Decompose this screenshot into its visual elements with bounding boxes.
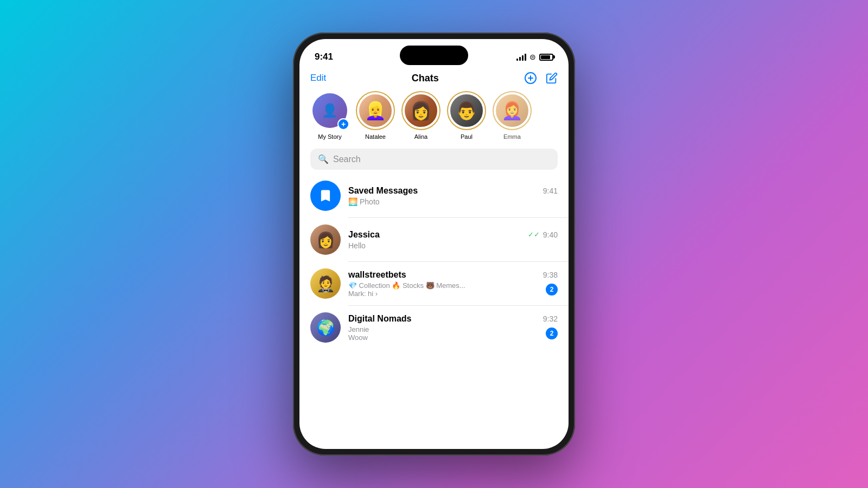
dynamic-island — [400, 46, 468, 65]
paul-ring: 👨 — [447, 91, 486, 130]
chat-item-saved-messages[interactable]: Saved Messages 9:41 🌅 Photo — [299, 174, 569, 217]
saved-messages-avatar — [310, 181, 341, 211]
story-item-natalee[interactable]: 👱‍♀️ Natalee — [356, 91, 395, 140]
story-name-natalee: Natalee — [365, 133, 386, 140]
natalee-ring: 👱‍♀️ — [356, 91, 395, 130]
story-name-paul: Paul — [461, 133, 473, 140]
jessica-preview: Hello — [348, 241, 366, 250]
jessica-name-row: Jessica ✓✓ 9:40 — [348, 230, 558, 240]
header-actions — [524, 72, 558, 85]
digital-nomads-line1: Jennie — [348, 325, 369, 333]
wallstreetbets-avatar: 🤵 — [310, 268, 341, 299]
saved-messages-preview-row: 🌅 Photo — [348, 197, 558, 206]
jessica-time: 9:40 — [543, 230, 558, 239]
my-story-avatar-wrapper: 👤 + — [310, 91, 349, 130]
story-name-alina: Alina — [414, 133, 427, 140]
digital-nomads-name: Digital Nomads — [348, 314, 411, 324]
add-story-badge: + — [337, 118, 349, 130]
alina-ring: 👩 — [401, 91, 441, 130]
compose-button[interactable] — [546, 72, 558, 84]
natalee-avatar: 👱‍♀️ — [358, 93, 393, 128]
jessica-avatar: 👩 — [310, 224, 341, 255]
search-placeholder: Search — [333, 155, 361, 164]
story-name-my-story: My Story — [318, 133, 341, 140]
search-icon: 🔍 — [318, 154, 329, 164]
jessica-name: Jessica — [348, 230, 380, 240]
stories-row: 👤 + My Story 👱‍♀️ Natalee — [299, 91, 569, 149]
wallstreetbets-preview-lines: 💎 Collection 🔥 Stocks 🐻 Memes... Mark: h… — [348, 281, 465, 298]
wallstreetbets-badge: 2 — [546, 284, 558, 296]
page-title: Chats — [412, 73, 439, 84]
digital-nomads-badge: 2 — [546, 328, 558, 339]
status-bar: 9:41 ⊜ — [299, 39, 569, 67]
wallstreetbets-time: 9:38 — [543, 271, 558, 279]
wallstreetbets-name: wallstreetbets — [348, 270, 406, 280]
emma-avatar-wrapper: 👩‍🦰 — [493, 91, 532, 130]
digital-nomads-avatar: 🌍 — [310, 312, 341, 343]
saved-messages-name: Saved Messages — [348, 186, 418, 196]
wallstreetbets-line1: 💎 Collection 🔥 Stocks 🐻 Memes... — [348, 281, 465, 290]
chat-list: Saved Messages 9:41 🌅 Photo 👩 — [299, 174, 569, 449]
photo-emoji: 🌅 — [348, 197, 358, 206]
digital-nomads-preview-row: Jennie Woow 2 — [348, 325, 558, 342]
emma-ring: 👩‍🦰 — [493, 91, 532, 130]
saved-messages-time: 9:41 — [543, 187, 558, 195]
add-chat-button[interactable] — [524, 72, 537, 85]
alina-avatar: 👩 — [404, 93, 438, 128]
digital-nomads-preview-lines: Jennie Woow — [348, 325, 369, 342]
phone-screen: 9:41 ⊜ Edit Chats — [299, 39, 569, 449]
story-item-alina[interactable]: 👩 Alina — [401, 91, 441, 140]
signal-icon — [516, 53, 526, 61]
wallstreetbets-preview-row: 💎 Collection 🔥 Stocks 🐻 Memes... Mark: h… — [348, 281, 558, 298]
jessica-time-row: ✓✓ 9:40 — [528, 230, 558, 239]
digital-nomads-name-row: Digital Nomads 9:32 — [348, 314, 558, 324]
chat-item-jessica[interactable]: 👩 Jessica ✓✓ 9:40 Hello — [299, 218, 569, 261]
wallstreetbets-line2: Mark: hi › — [348, 290, 465, 298]
story-item-paul[interactable]: 👨 Paul — [447, 91, 486, 140]
wifi-icon: ⊜ — [529, 53, 536, 61]
chats-header: Edit Chats — [299, 67, 569, 91]
jessica-content: Jessica ✓✓ 9:40 Hello — [348, 230, 558, 250]
chat-item-digital-nomads[interactable]: 🌍 Digital Nomads 9:32 Jennie Woow 2 — [299, 306, 569, 349]
saved-messages-name-row: Saved Messages 9:41 — [348, 186, 558, 196]
jessica-preview-row: Hello — [348, 241, 558, 250]
wallstreetbets-name-row: wallstreetbets 9:38 — [348, 270, 558, 280]
wallstreetbets-content: wallstreetbets 9:38 💎 Collection 🔥 Stock… — [348, 270, 558, 298]
saved-messages-preview: 🌅 Photo — [348, 197, 380, 206]
alina-avatar-wrapper: 👩 — [401, 91, 441, 130]
paul-avatar: 👨 — [449, 93, 484, 128]
edit-button[interactable]: Edit — [310, 73, 326, 84]
double-check-icon: ✓✓ — [528, 230, 540, 239]
story-item-my-story[interactable]: 👤 + My Story — [310, 91, 349, 140]
story-name-emma: Emma — [503, 133, 521, 140]
digital-nomads-content: Digital Nomads 9:32 Jennie Woow 2 — [348, 314, 558, 342]
paul-avatar-wrapper: 👨 — [447, 91, 486, 130]
battery-icon — [539, 54, 553, 61]
story-item-emma[interactable]: 👩‍🦰 Emma — [493, 91, 532, 140]
chat-item-wallstreetbets[interactable]: 🤵 wallstreetbets 9:38 💎 Collection 🔥 Sto… — [299, 262, 569, 305]
search-bar[interactable]: 🔍 Search — [310, 149, 558, 170]
digital-nomads-line2: Woow — [348, 333, 369, 342]
status-icons: ⊜ — [516, 53, 553, 61]
status-time: 9:41 — [315, 52, 333, 62]
saved-messages-content: Saved Messages 9:41 🌅 Photo — [348, 186, 558, 206]
natalee-avatar-wrapper: 👱‍♀️ — [356, 91, 395, 130]
emma-avatar: 👩‍🦰 — [495, 93, 529, 128]
digital-nomads-time: 9:32 — [543, 314, 558, 323]
phone-frame: 9:41 ⊜ Edit Chats — [293, 33, 575, 455]
